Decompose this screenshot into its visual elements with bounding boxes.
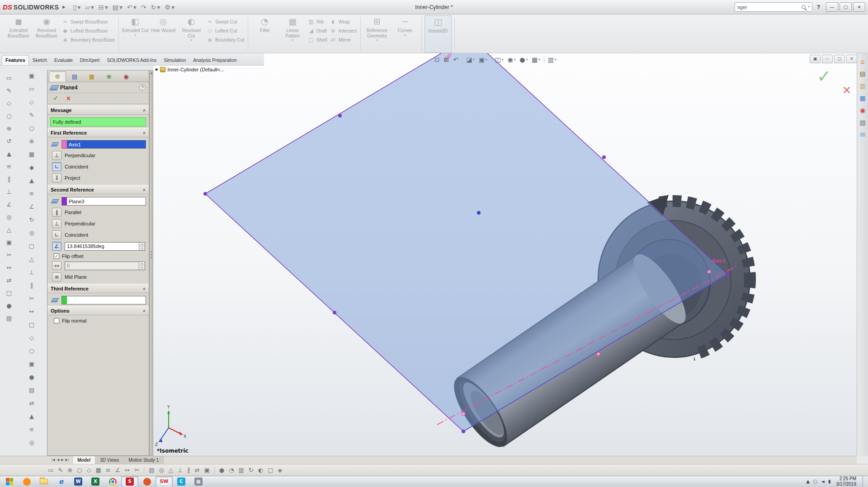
view-palette-icon[interactable]: ▦ xyxy=(859,94,865,102)
tab-evaluate[interactable]: Evaluate xyxy=(51,55,76,65)
bottom-toolbar-icon-4[interactable]: ○ xyxy=(77,467,82,473)
first-reference-header[interactable]: First Reference ∧ xyxy=(47,128,149,137)
instant3d-button[interactable]: ◫Instant3D xyxy=(425,15,452,53)
mirror-button[interactable]: ⇄Mirror xyxy=(330,37,357,42)
panel-splitter[interactable]: ◂ xyxy=(149,70,153,456)
collapse-icon[interactable]: ∧ xyxy=(142,108,146,112)
left-toolbar2-icon-3[interactable]: ◇ xyxy=(26,96,38,107)
search-icon[interactable] xyxy=(802,5,806,9)
coincident-constraint-button[interactable]: ∟ xyxy=(52,162,61,171)
curves-button[interactable]: ∼Curves▾ xyxy=(392,15,419,53)
bottom-toolbar-icon-13[interactable]: ◎ xyxy=(159,467,164,473)
redo-icon[interactable]: ↷ xyxy=(139,2,149,13)
left-toolbar2-icon-11[interactable]: ∠ xyxy=(26,201,38,212)
project-constraint-button[interactable]: ↧ xyxy=(52,173,61,183)
feature-tree-flyout[interactable]: ▶ Inner-Cylinder (Default<... xyxy=(156,67,224,72)
bottom-toolbar-icon-26[interactable]: ◈ xyxy=(278,467,282,473)
left-toolbar2-icon-27[interactable]: ▲ xyxy=(26,411,38,421)
bottom-toolbar-icon-12[interactable]: ▤ xyxy=(149,467,154,473)
media-app-icon[interactable] xyxy=(138,476,156,487)
collapse-icon[interactable]: ∧ xyxy=(142,309,146,313)
model-tab-motion-study-1[interactable]: Motion Study 1 xyxy=(124,456,164,464)
bottom-toolbar-icon-7[interactable]: ≡ xyxy=(106,467,111,473)
tree-part-label[interactable]: Inner-Cylinder (Default<... xyxy=(167,67,224,72)
bottom-toolbar-icon-17[interactable]: ⇄ xyxy=(195,467,200,473)
draft-button[interactable]: ◢Draft xyxy=(308,28,327,33)
left-toolbar2-icon-26[interactable]: ⇄ xyxy=(26,398,38,408)
collapse-panel-icon[interactable]: ◂ xyxy=(151,72,152,75)
apply-scene-icon[interactable]: ▦▾ xyxy=(530,56,542,63)
minimize-button[interactable]: — xyxy=(826,2,838,12)
bottom-toolbar-icon-22[interactable]: ▥ xyxy=(238,467,244,473)
windows-explorer-icon[interactable] xyxy=(35,476,52,487)
design-library-icon[interactable]: ▤ xyxy=(859,70,865,77)
mid-plane-button[interactable]: ≡ xyxy=(52,272,61,281)
previous-view-icon[interactable]: ↶ xyxy=(451,56,460,63)
left-toolbar1-icon-19[interactable]: ● xyxy=(3,300,15,311)
third-reference-field[interactable] xyxy=(61,296,146,304)
left-toolbar2-icon-18[interactable]: ✂ xyxy=(26,293,38,304)
revolved-cut-button[interactable]: ◐Revolved Cut▾ xyxy=(178,15,205,53)
view-orientation-icon[interactable]: ▣▾ xyxy=(477,56,489,63)
bottom-toolbar-icon-9[interactable]: ↔ xyxy=(125,467,130,473)
graphics-viewport[interactable]: Axis1 Plane4 Y X Z *Isometric ✓ ✕ xyxy=(153,53,857,456)
network-icon[interactable]: ▮ xyxy=(828,479,831,484)
boundary-cut-button[interactable]: ◈Boundary Cut xyxy=(207,37,244,42)
bottom-toolbar-icon-16[interactable]: ∥ xyxy=(187,467,190,473)
left-toolbar2-icon-13[interactable]: ◎ xyxy=(26,227,38,238)
section-view-icon[interactable]: ◪▾ xyxy=(464,56,476,63)
displaymanager-tab[interactable]: ◉ xyxy=(118,71,135,82)
bottom-toolbar-icon-2[interactable]: ✎ xyxy=(58,467,63,473)
left-toolbar1-icon-17[interactable]: ⇄ xyxy=(3,275,15,286)
configurationmanager-tab[interactable]: ▦ xyxy=(83,71,100,82)
zoom-area-icon[interactable]: ⊞ xyxy=(442,56,451,63)
model-tab-model[interactable]: Model xyxy=(73,456,95,464)
bottom-toolbar-icon-3[interactable]: ⊕ xyxy=(67,467,72,473)
reference-plane-fill[interactable] xyxy=(205,53,727,431)
undo-icon[interactable]: ↶▾ xyxy=(125,2,139,13)
shell-button[interactable]: ▢Shell xyxy=(308,37,327,42)
angle-spinner[interactable]: ▴▾ xyxy=(139,243,145,250)
confirm-cancel-icon[interactable]: ✕ xyxy=(842,84,851,97)
bottom-toolbar-icon-25[interactable]: □ xyxy=(268,467,273,473)
show-hidden-icons[interactable]: ▲ xyxy=(806,479,810,484)
left-toolbar1-icon-11[interactable]: ∠ xyxy=(3,199,15,210)
left-toolbar2-icon-16[interactable]: ⊥ xyxy=(26,267,38,277)
open-file-icon[interactable]: ▱▾ xyxy=(83,2,96,13)
left-toolbar2-icon-10[interactable]: ≡ xyxy=(26,188,38,199)
left-toolbar2-icon-4[interactable]: ✎ xyxy=(26,109,38,120)
left-toolbar2-icon-21[interactable]: ◇ xyxy=(26,332,38,343)
chrome-icon[interactable] xyxy=(104,476,121,487)
perpendicular-constraint-button[interactable]: ⊥ xyxy=(52,219,61,228)
bottom-toolbar-icon-21[interactable]: ◔ xyxy=(229,467,234,473)
featuremanager-tab[interactable]: ▤ xyxy=(66,71,83,82)
left-toolbar2-icon-9[interactable]: ▲ xyxy=(26,175,38,186)
edit-appearance-icon[interactable]: ●▾ xyxy=(518,56,529,63)
solidworks-icon[interactable]: S xyxy=(121,476,138,487)
options-section-header[interactable]: Options ∧ xyxy=(47,306,149,315)
second-reference-field[interactable]: Plane3 xyxy=(61,197,146,206)
second-reference-header[interactable]: Second Reference ∧ xyxy=(47,185,149,194)
file-explorer-icon[interactable]: ▥ xyxy=(859,82,865,89)
offset-distance-button[interactable]: ↦ xyxy=(52,261,61,270)
third-reference-header[interactable]: Third Reference ∧ xyxy=(47,284,149,293)
left-toolbar1-icon-6[interactable]: ↺ xyxy=(3,136,15,146)
extruded-boss-base-button[interactable]: ◼Extruded Boss/Base xyxy=(5,15,32,53)
confirm-ok-icon[interactable]: ✓ xyxy=(817,66,831,86)
show-desktop-button[interactable] xyxy=(863,476,867,487)
left-toolbar2-icon-8[interactable]: ◆ xyxy=(26,162,38,173)
new-file-icon[interactable]: ▯▾ xyxy=(71,2,83,13)
left-toolbar1-icon-14[interactable]: ▣ xyxy=(3,237,15,248)
tab-analysis-preparation[interactable]: Analysis Preparation xyxy=(189,55,240,65)
lofted-boss-base-button[interactable]: ◆Lofted Boss/Base xyxy=(62,28,115,33)
tab-dimxpert[interactable]: DimXpert xyxy=(76,55,104,65)
left-toolbar1-icon-9[interactable]: ∥ xyxy=(3,173,15,184)
revolved-boss-base-button[interactable]: ◉Revolved Boss/Base xyxy=(33,15,60,53)
search-input[interactable] xyxy=(737,5,799,10)
close-button[interactable]: ✕ xyxy=(853,2,865,12)
left-toolbar2-icon-17[interactable]: ∥ xyxy=(26,280,38,290)
left-toolbar1-icon-20[interactable]: ▤ xyxy=(3,313,15,323)
bottom-toolbar-icon-5[interactable]: ◇ xyxy=(86,467,91,473)
bottom-toolbar-icon-6[interactable]: ▦ xyxy=(95,467,101,473)
flip-offset-checkbox[interactable]: ✓ Flip offset xyxy=(54,253,144,259)
